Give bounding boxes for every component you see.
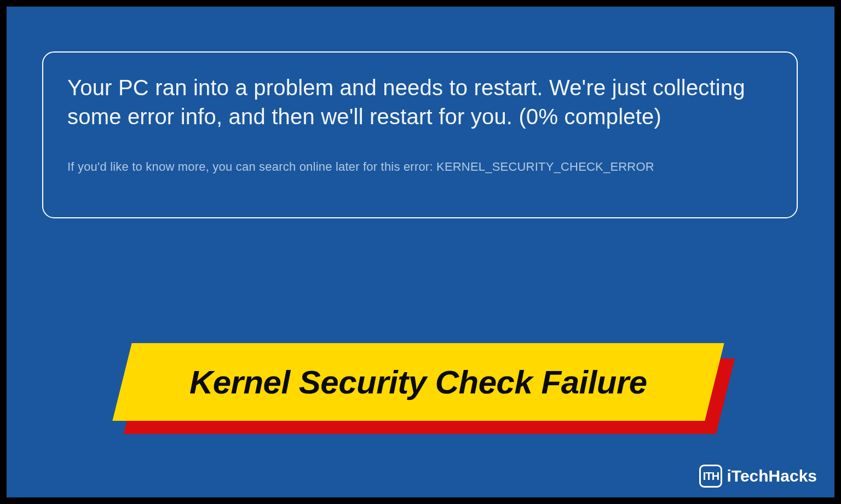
watermark-logo-icon: ITH: [699, 465, 722, 488]
bsod-screenshot: Your PC ran into a problem and needs to …: [0, 0, 841, 504]
banner-title-text: Kernel Security Check Failure: [189, 363, 647, 401]
watermark-brand: iTechHacks: [727, 467, 817, 485]
banner-front-layer: Kernel Security Check Failure: [112, 343, 724, 421]
error-dialog: Your PC ran into a problem and needs to …: [42, 51, 798, 218]
error-message-main: Your PC ran into a problem and needs to …: [67, 73, 775, 131]
error-message-detail: If you'd like to know more, you can sear…: [67, 160, 775, 174]
watermark: ITH iTechHacks: [699, 465, 817, 488]
title-banner: Kernel Security Check Failure: [117, 343, 724, 431]
